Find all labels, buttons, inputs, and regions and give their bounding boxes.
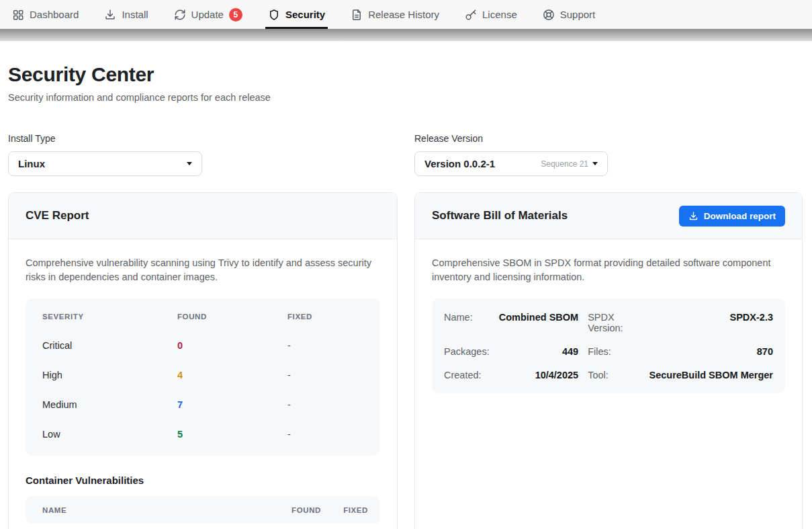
nav-item-security[interactable]: Security [268, 0, 325, 29]
cve-report-header: CVE Report [9, 193, 397, 239]
sbom-title: Software Bill of Materials [432, 209, 568, 222]
install-type-value: Linux [18, 158, 45, 169]
found-count: 5 [177, 429, 287, 440]
table-row-medium: Medium 7 - [26, 390, 380, 419]
cards-row: CVE Report Comprehensive vulnerability s… [8, 192, 803, 529]
detail-label-files: Files: [588, 339, 639, 363]
main-content: Security Center Security information and… [0, 63, 812, 529]
nav-label: Support [560, 9, 596, 20]
fixed-count: - [287, 429, 380, 440]
shield-icon [268, 9, 280, 21]
found-count: 0 [177, 340, 287, 351]
dashboard-grid-icon [12, 9, 24, 21]
severity-table-header: Severity Found Fixed [26, 302, 380, 331]
found-count: 4 [177, 370, 287, 380]
detail-value-created: 10/4/2025 [499, 363, 578, 386]
chevron-down-icon [187, 162, 192, 165]
nav-item-install[interactable]: Install [104, 0, 148, 29]
install-type-filter: Install Type Linux [8, 133, 414, 176]
severity-label: Critical [42, 340, 177, 351]
detail-label-tool: Tool: [588, 363, 639, 386]
nav-label: Dashboard [30, 9, 79, 20]
severity-label: High [42, 370, 177, 380]
sbom-description: Comprehensive SBOM in SPDX format provid… [432, 256, 785, 284]
install-type-select[interactable]: Linux [8, 151, 202, 176]
page-subtitle: Security information and compliance repo… [8, 92, 803, 103]
nav-label: Install [122, 9, 148, 20]
table-row-high: High 4 - [26, 360, 380, 390]
download-report-button[interactable]: Download report [679, 206, 785, 227]
severity-table: Severity Found Fixed Critical 0 - High 4… [26, 298, 380, 456]
key-icon [465, 9, 477, 21]
release-version-filter: Release Version Version 0.0.2-1 Sequence… [414, 133, 803, 176]
sbom-header: Software Bill of Materials Download repo… [415, 193, 802, 239]
fixed-count: - [287, 399, 380, 410]
cve-report-title: CVE Report [26, 209, 89, 222]
nav-item-release-history[interactable]: Release History [351, 0, 439, 29]
container-vuln-table-header: Name Found Fixed [26, 496, 380, 524]
found-count: 7 [177, 399, 287, 410]
download-icon [688, 211, 698, 221]
nav-item-update[interactable]: Update 5 [174, 0, 242, 29]
detail-label-name: Name: [444, 305, 490, 339]
detail-value-spdx-version: SPDX-2.3 [649, 305, 773, 339]
release-version-select[interactable]: Version 0.0.2-1 Sequence 21 [414, 151, 608, 176]
detail-value-tool: SecureBuild SBOM Merger [649, 363, 773, 386]
col-name: Name [42, 506, 273, 514]
chevron-down-icon [592, 162, 598, 165]
col-found: Found [177, 313, 287, 321]
col-fixed: Fixed [321, 506, 368, 514]
cve-report-body: Comprehensive vulnerability scanning usi… [9, 239, 397, 529]
refresh-icon [174, 9, 186, 21]
cve-report-card: CVE Report Comprehensive vulnerability s… [8, 192, 398, 529]
nav-label: Update [191, 9, 224, 20]
download-report-label: Download report [704, 211, 776, 221]
cve-report-description: Comprehensive vulnerability scanning usi… [26, 256, 380, 284]
detail-value-files: 870 [649, 339, 773, 363]
col-fixed: Fixed [287, 313, 380, 321]
detail-label-created: Created: [444, 363, 490, 386]
container-vulnerabilities-title: Container Vulnerabilities [26, 475, 380, 486]
severity-label: Medium [42, 399, 177, 410]
detail-label-packages: Packages: [444, 339, 490, 363]
sequence-tag: Sequence 21 [541, 159, 598, 169]
nav-label: License [482, 9, 517, 20]
col-severity: Severity [42, 313, 177, 321]
update-count-badge: 5 [229, 8, 242, 22]
sbom-card: Software Bill of Materials Download repo… [414, 192, 803, 529]
top-nav: Dashboard Install Update 5 Security Rele… [0, 0, 812, 29]
nav-item-dashboard[interactable]: Dashboard [12, 0, 79, 29]
fixed-count: - [287, 340, 380, 351]
table-row-critical: Critical 0 - [26, 331, 380, 360]
release-version-value: Version 0.0.2-1 [424, 158, 495, 169]
filters-row: Install Type Linux Release Version Versi… [8, 133, 803, 176]
fixed-count: - [287, 370, 380, 380]
nav-item-license[interactable]: License [465, 0, 517, 29]
lifebuoy-icon [543, 9, 555, 21]
sbom-body: Comprehensive SBOM in SPDX format provid… [415, 239, 802, 410]
detail-value-packages: 449 [499, 339, 578, 363]
document-icon [351, 9, 363, 21]
table-row-low: Low 5 - [26, 419, 380, 449]
col-found: Found [273, 506, 321, 514]
divider-band [0, 29, 812, 41]
install-type-label: Install Type [8, 133, 414, 144]
detail-label-spdx-version: SPDX Version: [588, 305, 639, 339]
detail-value-name: Combined SBOM [499, 305, 578, 339]
sequence-label: Sequence 21 [541, 159, 588, 169]
nav-label: Security [285, 9, 325, 20]
nav-item-support[interactable]: Support [543, 0, 596, 29]
download-icon [104, 9, 116, 21]
release-version-label: Release Version [414, 133, 803, 144]
sbom-details: Name: Combined SBOM SPDX Version: SPDX-2… [432, 298, 785, 393]
page-title: Security Center [8, 63, 803, 86]
severity-label: Low [42, 429, 177, 440]
nav-label: Release History [368, 9, 439, 20]
